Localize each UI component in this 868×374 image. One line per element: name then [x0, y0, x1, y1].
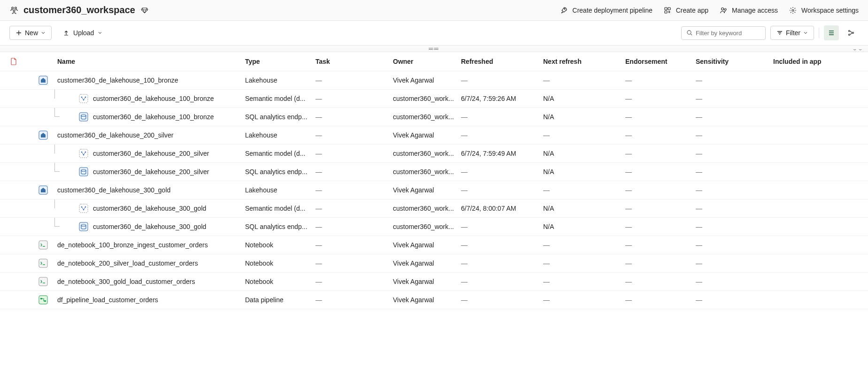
cell-task: —	[315, 223, 393, 230]
table-row[interactable]: customer360_de_lakehouse_300_goldSemanti…	[0, 199, 868, 218]
cell-type: Lakehouse	[245, 186, 315, 194]
expand-chevrons-icon[interactable]: ⌄⌄	[852, 46, 863, 51]
cell-refreshed: —	[461, 186, 543, 194]
svg-rect-3	[665, 8, 667, 10]
cell-refreshed: —	[461, 223, 543, 230]
cell-refreshed: —	[461, 76, 543, 84]
cell-refreshed: —	[461, 296, 543, 304]
item-name[interactable]: customer360_de_lakehouse_200_silver	[93, 168, 209, 176]
upload-button[interactable]: Upload	[63, 29, 102, 37]
cell-type: Notebook	[245, 241, 315, 249]
resize-bar[interactable]: ══ ⌄⌄	[0, 46, 868, 52]
col-next-refresh[interactable]: Next refresh	[543, 58, 625, 65]
svg-point-7	[724, 8, 726, 10]
cell-task: —	[315, 241, 393, 249]
item-name[interactable]: df_pipeline_load_customer_orders	[57, 296, 158, 304]
item-name[interactable]: customer360_de_lakehouse_200_silver	[93, 150, 209, 157]
svg-point-1	[15, 7, 16, 9]
workspace-settings-button[interactable]: Workspace settings	[788, 6, 859, 15]
cell-task: —	[315, 113, 393, 121]
svg-point-10	[849, 31, 850, 32]
item-name[interactable]: customer360_de_lakehouse_300_gold	[93, 223, 206, 230]
manage-access-label: Manage access	[732, 7, 778, 14]
col-sensitivity[interactable]: Sensitivity	[696, 58, 773, 65]
item-name[interactable]: customer360_de_lakehouse_100_bronze	[93, 95, 214, 102]
col-included-in-app[interactable]: Included in app	[773, 58, 848, 65]
table-row[interactable]: customer360_de_lakehouse_100_bronzeLakeh…	[0, 71, 868, 90]
item-name[interactable]: customer360_de_lakehouse_300_gold	[57, 186, 170, 194]
cell-refreshed: —	[461, 260, 543, 267]
svg-rect-4	[668, 8, 670, 10]
cell-type: SQL analytics endp...	[245, 113, 315, 121]
semantic-icon	[79, 149, 88, 158]
table-row[interactable]: customer360_de_lakehouse_200_silverSeman…	[0, 145, 868, 163]
table-row[interactable]: customer360_de_lakehouse_200_silverLakeh…	[0, 126, 868, 145]
table-row[interactable]: de_notebook_300_gold_load_customer_order…	[0, 273, 868, 291]
lineage-icon	[847, 29, 855, 37]
list-view-button[interactable]	[824, 25, 839, 40]
notebook-icon	[38, 240, 48, 250]
cell-nextRefresh: N/A	[543, 223, 625, 230]
cell-endorsement: —	[625, 131, 696, 139]
cell-nextRefresh: N/A	[543, 168, 625, 176]
table-row[interactable]: customer360_de_lakehouse_300_goldSQL ana…	[0, 218, 868, 236]
list-icon	[828, 29, 835, 37]
lineage-view-button[interactable]	[844, 25, 859, 40]
table-row[interactable]: customer360_de_lakehouse_100_bronzeSQL a…	[0, 108, 868, 126]
cell-sensitivity: —	[696, 260, 773, 267]
col-refreshed[interactable]: Refreshed	[461, 58, 543, 65]
cell-type: Semantic model (d...	[245, 150, 315, 157]
chevron-down-icon	[98, 31, 102, 35]
cell-type: Semantic model (d...	[245, 205, 315, 212]
item-name[interactable]: de_notebook_300_gold_load_customer_order…	[57, 278, 195, 285]
cell-sensitivity: —	[696, 278, 773, 285]
semantic-icon	[79, 94, 88, 103]
table-row[interactable]: de_notebook_100_bronze_ingest_customer_o…	[0, 236, 868, 254]
item-name[interactable]: de_notebook_100_bronze_ingest_customer_o…	[57, 241, 208, 249]
filter-search-box[interactable]	[681, 26, 766, 40]
table-row[interactable]: df_pipeline_load_customer_ordersData pip…	[0, 291, 868, 309]
item-name[interactable]: customer360_de_lakehouse_200_silver	[57, 131, 174, 139]
cell-type: Notebook	[245, 278, 315, 285]
new-button[interactable]: New	[9, 26, 52, 40]
table-row[interactable]: de_notebook_200_silver_load_customer_ord…	[0, 254, 868, 273]
cell-endorsement: —	[625, 205, 696, 212]
manage-access-button[interactable]: Manage access	[719, 6, 778, 15]
filter-input[interactable]	[696, 30, 760, 37]
create-app-button[interactable]: Create app	[663, 6, 708, 15]
item-name[interactable]: de_notebook_200_silver_load_customer_ord…	[57, 260, 198, 267]
cell-sensitivity: —	[696, 168, 773, 176]
cell-endorsement: —	[625, 296, 696, 304]
table-row[interactable]: customer360_de_lakehouse_100_bronzeSeman…	[0, 90, 868, 108]
cell-task: —	[315, 296, 393, 304]
cell-refreshed: —	[461, 241, 543, 249]
cell-owner: Vivek Agarwal	[393, 260, 461, 267]
cell-nextRefresh: —	[543, 296, 625, 304]
col-owner[interactable]: Owner	[393, 58, 461, 65]
upload-icon	[63, 30, 69, 36]
cell-task: —	[315, 150, 393, 157]
filter-button[interactable]: Filter	[770, 26, 814, 40]
cell-endorsement: —	[625, 278, 696, 285]
filter-label: Filter	[786, 29, 800, 37]
item-name[interactable]: customer360_de_lakehouse_100_bronze	[57, 76, 178, 84]
col-task[interactable]: Task	[315, 58, 393, 65]
cell-sensitivity: —	[696, 186, 773, 194]
item-name[interactable]: customer360_de_lakehouse_300_gold	[93, 205, 206, 212]
table-row[interactable]: customer360_de_lakehouse_300_goldLakehou…	[0, 181, 868, 199]
cell-task: —	[315, 260, 393, 267]
create-deployment-pipeline-button[interactable]: Create deployment pipeline	[559, 6, 652, 15]
cell-endorsement: —	[625, 95, 696, 102]
col-name[interactable]: Name	[57, 58, 245, 65]
col-type[interactable]: Type	[245, 58, 315, 65]
table-row[interactable]: customer360_de_lakehouse_200_silverSQL a…	[0, 163, 868, 181]
cell-sensitivity: —	[696, 131, 773, 139]
item-name[interactable]: customer360_de_lakehouse_100_bronze	[93, 113, 214, 121]
new-label: New	[25, 29, 38, 37]
svg-point-12	[853, 32, 854, 34]
col-endorsement[interactable]: Endorsement	[625, 58, 696, 65]
cell-sensitivity: —	[696, 223, 773, 230]
cell-task: —	[315, 131, 393, 139]
toolbar: New Upload Filter	[0, 21, 868, 46]
cell-nextRefresh: N/A	[543, 95, 625, 102]
